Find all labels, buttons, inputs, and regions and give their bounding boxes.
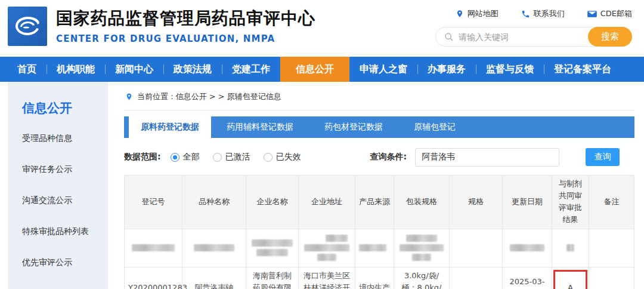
- redacted-cell: [503, 229, 552, 267]
- cde-logo-icon: [12, 11, 43, 42]
- redacted-cell: [299, 229, 355, 267]
- cell-joint-review-result: A: [552, 267, 589, 289]
- nav-item-functions[interactable]: 机构职能: [47, 57, 105, 82]
- registration-table: 登记号 品种名称 企业名称 企业地址 产品来源 包装规格 规格 更新日期 与制剂…: [124, 175, 634, 289]
- radio-activated[interactable]: 已激活: [213, 152, 250, 162]
- table-row-acyclovir-sodium[interactable]: Y20200001283 阿昔洛韦钠 海南普利制药股份有限公司 海口市美兰区桂林…: [125, 267, 634, 289]
- tab-apief-registration[interactable]: 原辅包登记: [398, 116, 471, 138]
- breadcrumb-text: 当前位置 : 信息公开 > > 原辅包登记信息: [137, 91, 281, 102]
- sidebar-item-priority-review[interactable]: 优先审评公示: [22, 257, 108, 268]
- main-nav: 首页 机构职能 新闻中心 政策法规 党建工作 信息公开 申请人之窗 办事服务 监…: [0, 57, 644, 82]
- radio-activated-dot: [213, 153, 222, 162]
- scope-radio-group: 全部 已激活 已失效: [171, 152, 301, 162]
- cell-spec: [450, 267, 503, 289]
- scope-label: 数据范围:: [124, 152, 161, 162]
- cell-product-origin: 境内生产: [355, 267, 394, 289]
- nav-item-home[interactable]: 首页: [7, 57, 47, 82]
- nav-item-info-disclosure[interactable]: 信息公开: [280, 57, 349, 82]
- search-icon: [444, 32, 454, 42]
- nav-item-supervision-feedback[interactable]: 监督与反馈: [476, 57, 544, 82]
- table-header-row: 登记号 品种名称 企业名称 企业地址 产品来源 包装规格 规格 更新日期 与制剂…: [125, 176, 634, 229]
- query-button[interactable]: 查询: [586, 148, 620, 166]
- radio-inactive-label: 已失效: [276, 152, 301, 162]
- cell-registration-no: Y20200001283: [125, 267, 182, 289]
- nav-item-registration-platform[interactable]: 登记备案平台: [544, 57, 621, 82]
- col-header-variety-name: 品种名称: [182, 176, 246, 229]
- main-panel: 当前位置 : 信息公开 > > 原辅包登记信息 原料药登记数据 药用辅料登记数据…: [108, 82, 644, 289]
- highlight-red-box: [553, 270, 587, 289]
- redacted-cell: [450, 229, 503, 267]
- quick-links: 网站地图 联系我们 CDE邮箱: [435, 8, 632, 19]
- sitemap-link[interactable]: 网站地图: [456, 8, 499, 19]
- col-header-update-date: 更新日期: [503, 176, 552, 229]
- location-pin-icon: [456, 9, 464, 19]
- sidebar-title: 信息公开: [22, 100, 108, 116]
- breadcrumb: 当前位置 : 信息公开 > > 原辅包登记信息: [124, 82, 634, 110]
- redacted-cell: [589, 229, 634, 267]
- radio-all[interactable]: 全部: [171, 152, 200, 162]
- col-header-product-origin: 产品来源: [355, 176, 394, 229]
- col-header-registration-no: 登记号: [125, 176, 182, 229]
- site-header: 国家药品监督管理局药品审评中心 CENTER FOR DRUG EVALUATI…: [0, 0, 644, 57]
- cde-logo: [8, 7, 47, 46]
- filter-bar: 数据范围: 全部 已激活 已失效 查询条件: 查询: [124, 148, 634, 166]
- redacted-cell: [552, 229, 589, 267]
- nav-item-services[interactable]: 办事服务: [417, 57, 476, 82]
- col-header-company-name: 企业名称: [246, 176, 299, 229]
- cell-company-name: 海南普利制药股份有限公司: [246, 267, 299, 289]
- nav-item-applicant-window[interactable]: 申请人之窗: [349, 57, 417, 82]
- col-header-company-address: 企业地址: [299, 176, 355, 229]
- radio-all-label: 全部: [183, 152, 200, 162]
- nav-item-party-building[interactable]: 党建工作: [222, 57, 280, 82]
- location-pin-icon: [125, 92, 133, 102]
- radio-inactive[interactable]: 已失效: [264, 152, 301, 162]
- tab-api-registration-data[interactable]: 原料药登记数据: [129, 116, 211, 138]
- cde-mail-link[interactable]: CDE邮箱: [587, 8, 632, 19]
- table-row-redacted[interactable]: [125, 229, 634, 267]
- sidebar-item-special-approval[interactable]: 特殊审批品种列表: [22, 226, 108, 237]
- cde-mail-link-label: CDE邮箱: [600, 8, 632, 19]
- tab-packaging-registration-data[interactable]: 药包材登记数据: [309, 116, 398, 138]
- contact-us-link-label: 联系我们: [534, 8, 565, 19]
- redacted-cell: [355, 229, 394, 267]
- site-subtitle: CENTER FOR DRUG EVALUATION, NMPA: [56, 33, 315, 44]
- sidebar-item-review-tasks[interactable]: 审评任务公示: [22, 164, 108, 175]
- cell-variety-name: 阿昔洛韦钠: [182, 267, 246, 289]
- contact-us-link[interactable]: 联系我们: [521, 8, 565, 19]
- sidebar-item-communication[interactable]: 沟通交流公示: [22, 195, 108, 206]
- radio-activated-label: 已激活: [225, 152, 250, 162]
- site-search-button[interactable]: 搜索: [588, 27, 632, 47]
- radio-inactive-dot: [264, 153, 273, 162]
- sidebar: 信息公开 受理品种信息 审评任务公示 沟通交流公示 特殊审批品种列表 优先审评公…: [8, 82, 108, 289]
- nav-item-policies[interactable]: 政策法规: [163, 57, 222, 82]
- nav-item-news[interactable]: 新闻中心: [105, 57, 163, 82]
- sitemap-link-label: 网站地图: [467, 8, 499, 19]
- query-condition-input[interactable]: [415, 148, 559, 167]
- site-search-input[interactable]: [459, 32, 578, 42]
- phone-icon: [521, 10, 530, 19]
- cell-packaging-spec: 3.0kg/袋/桶；8.0kg/袋/桶: [394, 267, 450, 289]
- col-header-remark: 备注: [589, 176, 634, 229]
- cell-company-address: 海口市美兰区桂林洋经济开发区: [299, 267, 355, 289]
- tab-bar: 原料药登记数据 药用辅料登记数据 药包材登记数据 原辅包登记: [124, 116, 634, 138]
- cell-update-date: 2025-03-14: [503, 267, 552, 289]
- radio-all-dot: [171, 153, 179, 162]
- redacted-cell: [182, 229, 246, 267]
- redacted-cell: [246, 229, 299, 267]
- mail-icon: [587, 10, 597, 18]
- cell-remark: [589, 267, 634, 289]
- col-header-spec: 规格: [450, 176, 503, 229]
- sidebar-item-accepted-varieties[interactable]: 受理品种信息: [22, 133, 108, 144]
- redacted-cell: [394, 229, 450, 267]
- site-title: 国家药品监督管理局药品审评中心: [56, 7, 315, 30]
- redacted-cell: [125, 229, 182, 267]
- query-condition-label: 查询条件:: [370, 152, 407, 162]
- col-header-joint-review-result: 与制剂共同审评审批结果: [552, 176, 589, 229]
- col-header-packaging-spec: 包装规格: [394, 176, 450, 229]
- tab-excipient-registration-data[interactable]: 药用辅料登记数据: [211, 116, 309, 138]
